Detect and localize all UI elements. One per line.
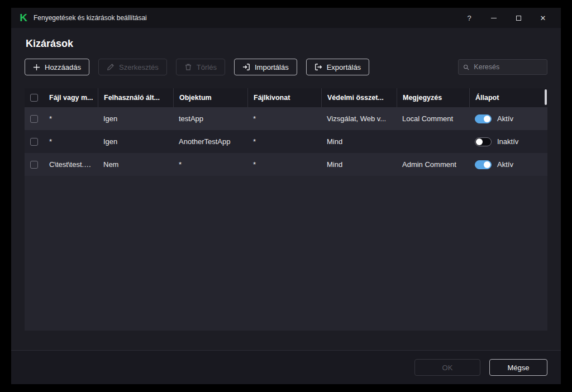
status-toggle[interactable] xyxy=(475,114,492,123)
title-bar: K Fenyegetések és kizárások beállításai … xyxy=(11,8,561,28)
plus-icon xyxy=(33,64,40,71)
cell-components: Mind xyxy=(321,137,397,146)
table-header: Fájl vagy m... Felhasználó ált... Objekt… xyxy=(25,88,547,107)
cell-status: Aktív xyxy=(469,160,547,169)
column-header-status[interactable]: Állapot xyxy=(469,88,547,107)
column-header-object[interactable]: Objektum xyxy=(173,88,247,107)
pencil-icon xyxy=(107,63,115,71)
footer-bar: OK Mégse xyxy=(11,350,561,384)
add-button[interactable]: Hozzáadás xyxy=(25,59,89,75)
cell-components: Mind xyxy=(321,160,397,169)
toggle-knob xyxy=(484,161,490,168)
edit-button-label: Szerkesztés xyxy=(119,63,159,71)
minimize-button[interactable] xyxy=(482,10,506,26)
row-checkbox[interactable] xyxy=(30,138,38,146)
status-toggle[interactable] xyxy=(475,160,492,169)
maximize-icon xyxy=(516,16,521,21)
window-controls: ? ✕ xyxy=(457,10,555,26)
column-header-hash[interactable]: Fájlkivonat xyxy=(247,88,321,107)
row-checkbox-cell xyxy=(25,161,44,169)
toolbar: Hozzáadás Szerkesztés Törlés Importálás … xyxy=(25,59,547,75)
column-header-comment[interactable]: Megjegyzés xyxy=(397,88,469,107)
toggle-knob xyxy=(484,116,490,122)
cell-object: * xyxy=(173,160,247,169)
row-checkbox[interactable] xyxy=(30,161,38,169)
help-button[interactable]: ? xyxy=(457,10,482,26)
cell-status: Inaktív xyxy=(469,137,547,146)
import-icon xyxy=(242,63,250,71)
cell-object: AnotherTestApp xyxy=(173,137,247,146)
export-button-label: Exportálás xyxy=(327,63,361,71)
search-icon xyxy=(463,64,469,71)
row-checkbox-cell xyxy=(25,115,44,123)
edit-button[interactable]: Szerkesztés xyxy=(98,59,167,75)
add-button-label: Hozzáadás xyxy=(45,63,81,71)
select-all-checkbox[interactable] xyxy=(30,94,38,102)
toggle-knob xyxy=(476,138,483,145)
status-toggle[interactable] xyxy=(475,137,492,146)
status-label: Aktív xyxy=(497,114,513,123)
column-header-file[interactable]: Fájl vagy m... xyxy=(44,88,98,107)
table-row[interactable]: * Igen AnotherTestApp * Mind Inaktív xyxy=(25,130,547,153)
app-window: K Fenyegetések és kizárások beállításai … xyxy=(11,8,561,384)
cell-user: Igen xyxy=(98,137,173,146)
ok-button[interactable]: OK xyxy=(414,359,480,376)
delete-button-label: Törlés xyxy=(197,63,217,71)
delete-button[interactable]: Törlés xyxy=(176,59,225,75)
export-button[interactable]: Exportálás xyxy=(306,59,369,75)
import-button-label: Importálás xyxy=(255,63,289,71)
cell-file: * xyxy=(44,114,98,123)
cell-hash: * xyxy=(247,137,321,146)
import-button[interactable]: Importálás xyxy=(234,59,297,75)
cell-file: C\test\test.exe xyxy=(44,160,98,169)
cell-object: testApp xyxy=(173,114,247,123)
cell-user: Nem xyxy=(98,160,173,169)
export-icon xyxy=(314,63,322,71)
search-input[interactable] xyxy=(473,63,542,71)
table-row[interactable]: * Igen testApp * Vizsgálat, Web v... Loc… xyxy=(25,107,547,130)
cell-file: * xyxy=(44,137,98,146)
cancel-button[interactable]: Mégse xyxy=(489,359,547,376)
status-label: Aktív xyxy=(497,160,513,169)
cell-hash: * xyxy=(247,114,321,123)
exclusions-table: Fájl vagy m... Felhasználó ált... Objekt… xyxy=(25,88,547,331)
kaspersky-logo-icon: K xyxy=(18,12,29,23)
scrollbar-thumb[interactable] xyxy=(545,89,547,105)
row-checkbox[interactable] xyxy=(30,115,38,123)
header-checkbox-cell xyxy=(25,88,44,107)
window-title: Fenyegetések és kizárások beállításai xyxy=(34,14,457,22)
cell-comment: Admin Comment xyxy=(397,160,469,169)
cell-hash: * xyxy=(247,160,321,169)
cell-user: Igen xyxy=(98,114,173,123)
cell-components: Vizsgálat, Web v... xyxy=(321,114,397,123)
status-label: Inaktív xyxy=(497,137,518,146)
column-header-components[interactable]: Védelmi összet... xyxy=(321,88,397,107)
column-header-user[interactable]: Felhasználó ált... xyxy=(98,88,173,107)
cell-status: Aktív xyxy=(469,114,547,123)
trash-icon xyxy=(184,63,192,71)
page-title: Kizárások xyxy=(26,38,561,50)
search-box xyxy=(458,59,547,75)
row-checkbox-cell xyxy=(25,138,44,146)
cell-comment: Local Comment xyxy=(397,114,469,123)
minimize-icon xyxy=(491,18,497,18)
table-row[interactable]: C\test\test.exe Nem * * Mind Admin Comme… xyxy=(25,153,547,176)
maximize-button[interactable] xyxy=(506,10,531,26)
close-button[interactable]: ✕ xyxy=(531,10,555,26)
